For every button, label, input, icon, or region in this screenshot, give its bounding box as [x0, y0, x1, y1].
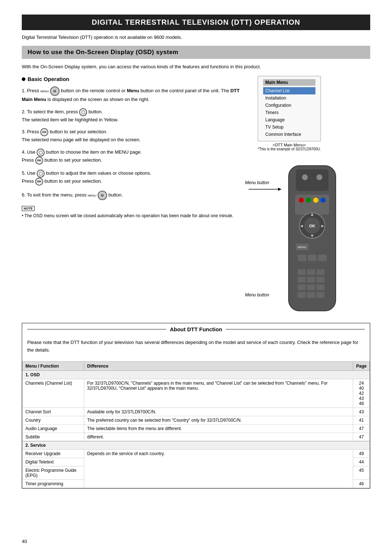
menu-icon-6: ▤ [98, 191, 107, 200]
table-body: 1. OSD Channels (Channel List) For 32/37… [23, 370, 370, 488]
table-cell-diff: The selectable items from the menu are d… [84, 424, 353, 433]
table-cell-page: 45 [353, 466, 370, 479]
table-header-page: Page [353, 361, 370, 370]
step-5-sub-text: Press [22, 178, 35, 184]
step-1-label-above: MENU [40, 90, 49, 93]
section-row-service: 2. Service [23, 441, 370, 449]
svg-rect-27 [307, 277, 315, 283]
step-6: 6. To exit from the menu, press MENU ▤ b… [22, 191, 247, 200]
dtt-menu-box: Main Menu Channel List Installation Conf… [258, 76, 321, 141]
table-cell-page: 47 [353, 433, 370, 441]
table-cell-menu: Timer programming [23, 479, 84, 488]
basic-heading-label: Basic Operation [28, 76, 69, 82]
subtitle-note: Digital Terrestrial Television (DTT) ope… [22, 35, 370, 40]
table-cell-diff: Available only for 32/37LD9700C/N. [84, 408, 353, 416]
note-box: NOTE • The OSD menu screen will be close… [22, 205, 247, 219]
svg-rect-1 [296, 169, 328, 191]
table-header-diff: Difference [84, 361, 353, 370]
table-cell-menu: Subtitle [23, 433, 84, 441]
table-cell-diff: different. [84, 433, 353, 441]
svg-rect-19 [298, 255, 306, 261]
table-cell-page: 41 [353, 416, 370, 424]
section-row-osd: 1. OSD [23, 370, 370, 379]
note-text: • The OSD menu screen will be closed aut… [22, 212, 247, 219]
table-row: Subtitle different. 47 [23, 433, 370, 441]
step-1-num: 1. Press [22, 88, 40, 93]
svg-rect-21 [318, 255, 327, 261]
dtt-menu-item-common-interface: Common Interface [263, 131, 315, 138]
step-5-num: 5. Use [22, 170, 37, 176]
step-4-num: 4. Use [22, 149, 37, 155]
nav-icon-4: ◯ [37, 149, 45, 157]
page-title: DIGITAL TERRESTRIAL TELEVISION (DTT) OPE… [22, 15, 370, 30]
table-cell-menu: Channel Sort [23, 408, 84, 416]
svg-point-2 [302, 174, 308, 180]
note-bullet: • [22, 213, 23, 218]
remote-illustration: Menu button OK [278, 162, 350, 316]
svg-rect-34 [317, 292, 324, 298]
svg-text:▲: ▲ [310, 212, 314, 217]
table-cell-menu: Receiver Upgrade [23, 449, 84, 458]
nav-icon-2: ◯ [79, 108, 87, 116]
table-cell-diff: The preferred country can be selected fr… [84, 416, 353, 424]
step-3-text: button to set your selection. [50, 129, 107, 134]
svg-rect-23 [298, 269, 306, 275]
table-cell-page: 46 [353, 479, 370, 488]
section-label-service: 2. Service [23, 441, 370, 449]
table-row: Receiver Upgrade Depends on the service … [23, 449, 370, 458]
table-cell-menu: Country [23, 416, 84, 424]
step-4-sub-text: Press [22, 157, 35, 163]
svg-rect-25 [317, 269, 324, 275]
svg-rect-29 [298, 284, 306, 290]
svg-rect-33 [307, 292, 315, 298]
section-label-osd: 1. OSD [23, 370, 370, 379]
right-column: Main Menu Channel List Installation Conf… [258, 76, 370, 316]
svg-point-5 [299, 198, 304, 203]
step-2-num: 2. To select the item, press [22, 109, 79, 114]
svg-text:◄: ◄ [299, 223, 304, 228]
about-dtt-heading: About DTT Function [22, 323, 370, 335]
menu-button-label-2: Menu button [245, 292, 269, 297]
step-2-sub: The selected item will be highlighted in… [22, 117, 118, 122]
svg-rect-24 [307, 269, 315, 275]
table-row: Channels (Channel List) For 32/37LD9700C… [23, 379, 370, 408]
table-cell-diff: For 32/37LD9700C/N, "Channels" appears i… [84, 379, 353, 408]
ok-icon-4: OK [35, 157, 43, 165]
svg-text:MENU: MENU [298, 246, 306, 249]
table-cell-page: 44 [353, 458, 370, 466]
remote-svg: OK ▲ ▼ ◄ ► MENU [278, 162, 350, 315]
nav-icon-5: ◯ [37, 170, 45, 178]
step-3-sub: The selected menu page will be displayed… [22, 137, 140, 142]
diff-table: Menu / Function Difference Page 1. OSD C… [22, 361, 370, 488]
table-cell-menu: Digital Teletext [23, 458, 84, 466]
arrow-1 [249, 184, 285, 195]
ok-icon-5: OK [35, 178, 43, 186]
step-2-text: button. [89, 109, 103, 114]
dtt-menu-item-installation: Installation [263, 94, 315, 102]
step-3-num: 3. Press [22, 129, 40, 134]
table-cell-menu: Channels (Channel List) [23, 379, 84, 408]
dtt-menu-item-language: Language [263, 116, 315, 123]
svg-point-8 [320, 198, 326, 203]
table-cell-menu: Electric Programme Guide (EPG) [23, 466, 84, 479]
left-column: Basic Operation 1. Press MENU ▤ button o… [22, 76, 247, 316]
step-2: 2. To select the item, press ◯ button. T… [22, 108, 247, 123]
svg-rect-28 [317, 277, 324, 283]
step-5-sub-rest: button to set your selection. [44, 178, 102, 184]
dtt-menu-item-tv-setup: TV Setup [263, 123, 315, 131]
step-4-sub-rest: button to set your selection. [44, 157, 102, 163]
table-cell-diff-service: Depends on the service of each country. [84, 449, 353, 488]
step-4: 4. Use ◯ button to choose the item on th… [22, 149, 247, 165]
section-header: How to use the On-Screen Display (OSD) s… [22, 46, 370, 59]
step-6-label: MENU [88, 194, 97, 197]
step-5: 5. Use ◯ button to adjust the item value… [22, 170, 247, 186]
step-6-text: button. [109, 192, 123, 198]
note-content: The OSD menu screen will be closed autom… [24, 213, 233, 218]
svg-point-6 [306, 198, 311, 203]
svg-text:OK: OK [309, 224, 315, 228]
svg-point-3 [317, 174, 322, 180]
table-cell-menu: Audio Language [23, 424, 84, 433]
svg-rect-31 [317, 284, 324, 290]
step-5-text: button to adjust the item values or choo… [46, 170, 151, 176]
bullet-dot [22, 77, 25, 81]
